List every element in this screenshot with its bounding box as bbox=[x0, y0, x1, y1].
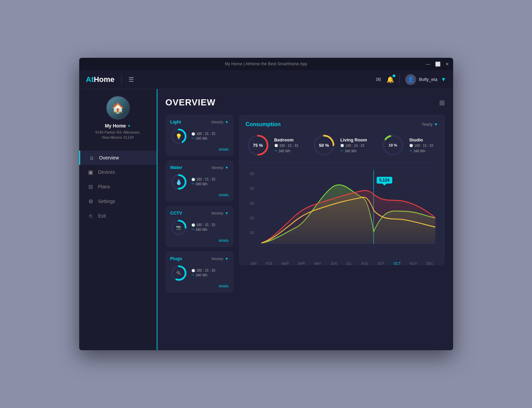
bell-icon[interactable]: 🔔 bbox=[387, 76, 394, 83]
device-details-cctv: details bbox=[170, 239, 229, 242]
bedroom-energy: 〜 340 Wh bbox=[274, 149, 298, 153]
details-link-cctv[interactable]: details bbox=[219, 239, 229, 242]
device-filter-cctv[interactable]: Weekly ▼ bbox=[211, 211, 229, 215]
chart-label-sep: SEP bbox=[378, 262, 384, 266]
consumption-filter-caret: ▼ bbox=[434, 122, 438, 127]
details-link-water[interactable]: details bbox=[219, 193, 229, 197]
device-stats-light: 🕐 180 : 15 : 33 〜 340 Wh bbox=[191, 132, 216, 141]
details-link-plugs[interactable]: details bbox=[219, 284, 229, 288]
device-card-header-plugs: Plugs Weekly ▼ bbox=[170, 256, 229, 261]
sidebar-item-plans[interactable]: ⊟ Plans bbox=[79, 180, 157, 194]
device-filter-plugs[interactable]: Weekly ▼ bbox=[211, 257, 229, 261]
menu-button[interactable]: ☰ bbox=[128, 76, 134, 83]
light-icon: 💡 bbox=[175, 133, 182, 140]
device-card-header-water: Water Weekly ▼ bbox=[170, 165, 229, 170]
living-time: 🕐 180 : 15 : 33 bbox=[340, 144, 367, 148]
stat-energy-plugs: 〜 340 Wh bbox=[191, 273, 216, 277]
sidebar: 🏠 My Home ▼ 4140 Parker Rd. Allentown,Ne… bbox=[79, 89, 157, 350]
room-ring-studio: 10 % bbox=[381, 133, 405, 157]
user-menu[interactable]: 👤 Bofly_eta ▼ bbox=[405, 74, 446, 85]
stat-time-plugs: 🕐 180 : 15 : 33 bbox=[191, 269, 216, 272]
content-header: OVERVIEW ⊞ bbox=[166, 97, 445, 108]
overview-label: Overview bbox=[99, 155, 119, 160]
home-image: 🏠 bbox=[106, 96, 130, 120]
sidebar-item-devices[interactable]: ▣ Devices bbox=[79, 165, 157, 180]
device-card-cctv: CCTV Weekly ▼ bbox=[166, 206, 234, 247]
bedroom-info: Bedroom 🕐 180 : 15 : 33 〜 340 Wh bbox=[274, 137, 298, 153]
settings-icon: ⚙ bbox=[87, 198, 94, 205]
svg-text:100: 100 bbox=[250, 231, 254, 235]
devices-icon: ▣ bbox=[87, 169, 94, 175]
app-logo: AtHome bbox=[86, 75, 115, 84]
room-stat-living: 50 % Living Room 🕐 180 : 15 : 33 bbox=[312, 133, 367, 157]
consumption-title: Consumption bbox=[246, 121, 281, 128]
plans-label: Plans bbox=[98, 184, 110, 189]
devices-column: Light Weekly ▼ bbox=[166, 115, 234, 293]
overview-icon: ⌂ bbox=[88, 155, 95, 161]
avatar: 👤 bbox=[405, 74, 416, 85]
grid-view-icon[interactable]: ⊞ bbox=[439, 99, 445, 107]
home-address: 4140 Parker Rd. Allentown,New Mexico 311… bbox=[95, 130, 140, 140]
svg-text:300: 300 bbox=[250, 201, 254, 205]
stat-energy-cctv: 〜 340 Wh bbox=[191, 227, 216, 232]
plugs-icon: 🔌 bbox=[176, 271, 181, 275]
close-button[interactable]: ✕ bbox=[445, 62, 449, 67]
minimize-button[interactable]: — bbox=[426, 62, 430, 67]
device-name-plugs: Plugs bbox=[170, 256, 182, 261]
details-link-light[interactable]: details bbox=[219, 148, 229, 151]
living-pct: 50 % bbox=[319, 143, 329, 148]
consumption-section: Consumption Yearly ▼ bbox=[239, 115, 445, 293]
restore-button[interactable]: ⬜ bbox=[435, 62, 441, 67]
filter-caret-light: ▼ bbox=[225, 120, 229, 124]
notification-badge bbox=[393, 74, 395, 77]
chart-label-dec: DEC bbox=[426, 262, 433, 266]
consumption-header: Consumption Yearly ▼ bbox=[246, 121, 438, 128]
living-info: Living Room 🕐 180 : 15 : 33 〜 340 Wh bbox=[340, 137, 367, 153]
filter-caret-cctv: ▼ bbox=[225, 211, 229, 215]
content-area: OVERVIEW ⊞ Light Weekly ▼ bbox=[157, 89, 453, 350]
header-divider2 bbox=[399, 74, 400, 85]
header-right: ✉ 🔔 👤 Bofly_eta ▼ bbox=[376, 74, 446, 85]
chart-label-mar: MAR bbox=[281, 262, 289, 266]
svg-text:500: 500 bbox=[250, 172, 254, 176]
device-details-water: details bbox=[170, 193, 229, 197]
room-stat-studio: 10 % Studio 🕐 180 : 15 : 33 〜 bbox=[381, 133, 433, 157]
cctv-icon: 📷 bbox=[176, 225, 181, 230]
device-card-water: Water Weekly ▼ bbox=[166, 160, 234, 202]
mail-icon[interactable]: ✉ bbox=[376, 76, 381, 83]
home-name[interactable]: My Home ▼ bbox=[105, 123, 131, 129]
device-card-header-light: Light Weekly ▼ bbox=[170, 119, 229, 124]
device-name-water: Water bbox=[170, 165, 183, 170]
device-details-light: details bbox=[170, 148, 229, 151]
device-name-cctv: CCTV bbox=[170, 210, 182, 216]
header-divider bbox=[121, 74, 122, 85]
chart-label-apr: APR bbox=[298, 262, 305, 266]
device-card-plugs: Plugs Weekly ▼ bbox=[166, 251, 234, 293]
sidebar-item-exit[interactable]: ⎋ Exit bbox=[79, 209, 157, 223]
stat-energy-water: 〜 340 Wh bbox=[191, 182, 216, 186]
sidebar-item-settings[interactable]: ⚙ Settings bbox=[79, 194, 157, 209]
device-ring-light: 💡 bbox=[170, 128, 187, 145]
studio-name: Studio bbox=[409, 137, 433, 142]
water-icon: 💧 bbox=[175, 179, 182, 185]
consumption-filter[interactable]: Yearly ▼ bbox=[422, 122, 438, 127]
room-stat-bedroom: 75 % Bedroom 🕐 180 : 15 : 33 〜 bbox=[246, 133, 298, 157]
device-details-plugs: details bbox=[170, 284, 229, 288]
chart-label-oct: OCT bbox=[394, 262, 401, 266]
device-body-light: 💡 🕐 180 : 15 : 33 〜 340 Wh bbox=[170, 128, 229, 145]
device-filter-water[interactable]: Weekly ▼ bbox=[211, 166, 229, 170]
chart-label-nov: NOV bbox=[410, 262, 417, 266]
room-ring-living: 50 % bbox=[312, 133, 336, 157]
device-filter-light[interactable]: Weekly ▼ bbox=[211, 120, 229, 124]
chart-label-jan: JAN bbox=[250, 262, 257, 266]
device-card-header-cctv: CCTV Weekly ▼ bbox=[170, 210, 229, 216]
svg-text:200: 200 bbox=[250, 216, 254, 220]
bedroom-name: Bedroom bbox=[274, 137, 298, 142]
app-window: My Home | AtHome the Best SmartHome App … bbox=[79, 58, 453, 350]
room-stats: 75 % Bedroom 🕐 180 : 15 : 33 〜 bbox=[246, 133, 438, 163]
consumption-card: Consumption Yearly ▼ bbox=[239, 115, 445, 265]
sidebar-item-overview[interactable]: ⌂ Overview bbox=[79, 151, 157, 165]
chart-x-labels: JAN FEB MAR APR MAY JUN JUL AUG SEP OCT bbox=[246, 262, 438, 266]
title-bar: My Home | AtHome the Best SmartHome App … bbox=[79, 58, 453, 70]
plans-icon: ⊟ bbox=[87, 184, 94, 190]
